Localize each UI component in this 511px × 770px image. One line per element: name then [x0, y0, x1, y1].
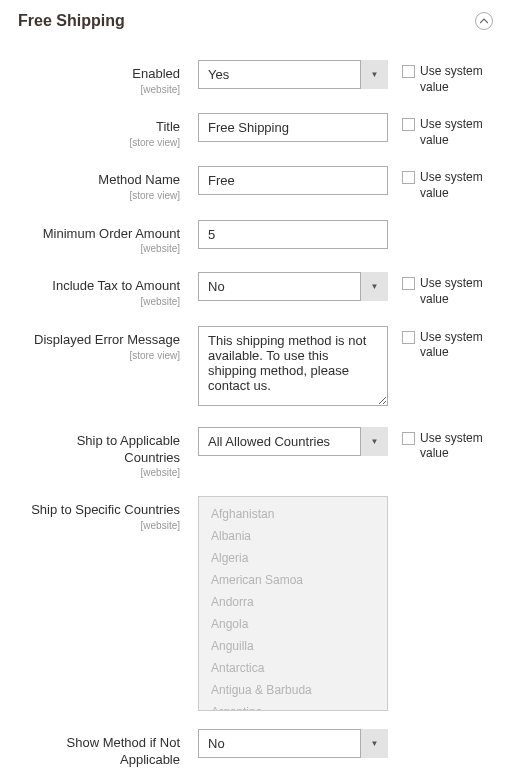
enabled-use-system-label: Use system value	[420, 64, 490, 95]
ship-applicable-use-system-label: Use system value	[420, 431, 490, 462]
show-method-select[interactable]: No	[198, 729, 388, 758]
method-name-input[interactable]	[198, 166, 388, 195]
enabled-use-system-checkbox[interactable]	[402, 65, 415, 78]
country-option[interactable]: Andorra	[199, 591, 387, 613]
country-option[interactable]: Antigua & Barbuda	[199, 679, 387, 701]
enabled-label: Enabled	[132, 66, 180, 81]
title-scope: [store view]	[18, 137, 180, 148]
ship-applicable-label: Ship to Applicable Countries	[77, 433, 180, 465]
error-msg-textarea[interactable]: This shipping method is not available. T…	[198, 326, 388, 406]
country-option[interactable]: Anguilla	[199, 635, 387, 657]
min-order-scope: [website]	[18, 243, 180, 254]
method-name-scope: [store view]	[18, 190, 180, 201]
include-tax-use-system-label: Use system value	[420, 276, 490, 307]
country-option[interactable]: American Samoa	[199, 569, 387, 591]
enabled-scope: [website]	[18, 84, 180, 95]
include-tax-select[interactable]: No	[198, 272, 388, 301]
error-msg-label: Displayed Error Message	[34, 332, 180, 347]
include-tax-scope: [website]	[18, 296, 180, 307]
error-msg-use-system-label: Use system value	[420, 330, 490, 361]
ship-applicable-select[interactable]: All Allowed Countries	[198, 427, 388, 456]
method-name-use-system-label: Use system value	[420, 170, 490, 201]
include-tax-label: Include Tax to Amount	[52, 278, 180, 293]
min-order-label: Minimum Order Amount	[43, 226, 180, 241]
country-option[interactable]: Angola	[199, 613, 387, 635]
show-method-label: Show Method if Not Applicable	[67, 735, 180, 767]
ship-applicable-scope: [website]	[18, 467, 180, 478]
country-option[interactable]: Argentina	[199, 701, 387, 711]
min-order-input[interactable]	[198, 220, 388, 249]
ship-specific-multiselect[interactable]: AfghanistanAlbaniaAlgeriaAmerican SamoaA…	[198, 496, 388, 711]
ship-specific-scope: [website]	[18, 520, 180, 531]
title-label: Title	[156, 119, 180, 134]
title-use-system-label: Use system value	[420, 117, 490, 148]
method-name-use-system-checkbox[interactable]	[402, 171, 415, 184]
country-option[interactable]: Afghanistan	[199, 503, 387, 525]
section-title: Free Shipping	[18, 12, 125, 30]
error-msg-use-system-checkbox[interactable]	[402, 331, 415, 344]
error-msg-scope: [store view]	[18, 350, 180, 361]
ship-specific-label: Ship to Specific Countries	[31, 502, 180, 517]
enabled-select[interactable]: Yes	[198, 60, 388, 89]
country-option[interactable]: Algeria	[199, 547, 387, 569]
ship-applicable-use-system-checkbox[interactable]	[402, 432, 415, 445]
collapse-section-icon[interactable]	[475, 12, 493, 30]
include-tax-use-system-checkbox[interactable]	[402, 277, 415, 290]
title-use-system-checkbox[interactable]	[402, 118, 415, 131]
country-option[interactable]: Antarctica	[199, 657, 387, 679]
country-option[interactable]: Albania	[199, 525, 387, 547]
title-input[interactable]	[198, 113, 388, 142]
method-name-label: Method Name	[98, 172, 180, 187]
